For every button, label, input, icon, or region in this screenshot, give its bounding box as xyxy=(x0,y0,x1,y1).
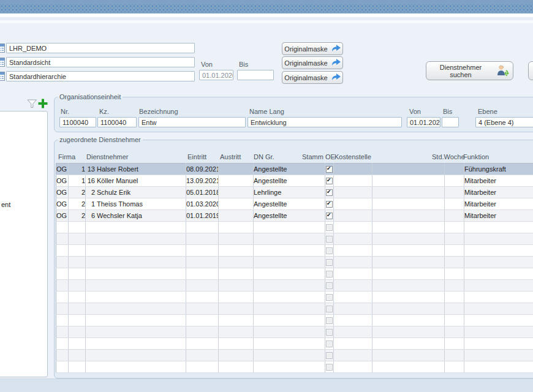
cell-empty[interactable] xyxy=(86,338,186,350)
cell-empty[interactable] xyxy=(186,361,219,373)
cell-firma[interactable]: OG xyxy=(56,175,69,187)
cell-empty[interactable] xyxy=(372,257,445,268)
empty-row[interactable] xyxy=(56,361,533,373)
cell-empty[interactable] xyxy=(86,268,186,280)
cell-empty[interactable] xyxy=(372,268,445,280)
cell-eintritt[interactable]: 01.01.2019 xyxy=(186,210,219,222)
cell-austritt[interactable] xyxy=(219,164,254,175)
kz-field[interactable] xyxy=(97,117,137,127)
cell-empty[interactable] xyxy=(464,280,533,292)
cell-empty[interactable] xyxy=(445,233,464,245)
cell-empty[interactable] xyxy=(219,292,254,303)
empty-row[interactable] xyxy=(56,233,533,245)
cell-empty[interactable] xyxy=(372,350,445,361)
cell-std-woche[interactable] xyxy=(445,210,464,222)
cell-eintritt[interactable]: 13.09.2021 xyxy=(186,175,219,187)
cell-dienstnehmer[interactable]: 13Halser Robert xyxy=(86,164,186,175)
cell-empty[interactable] xyxy=(186,245,219,257)
cell-empty[interactable] xyxy=(186,315,219,326)
cell-dienstnehmer[interactable]: 16Köller Manuel xyxy=(86,175,186,187)
bis-date-field[interactable] xyxy=(237,70,274,80)
cell-funktion[interactable]: Mitarbeiter xyxy=(464,210,533,222)
cell-empty[interactable] xyxy=(325,257,334,268)
cell-empty[interactable] xyxy=(372,222,445,233)
empty-row[interactable] xyxy=(56,292,533,303)
cell-kostenstelle[interactable] xyxy=(334,164,372,175)
stamm-oe-checkbox[interactable] xyxy=(326,201,333,208)
cell-empty[interactable] xyxy=(254,315,325,326)
cell-empty[interactable] xyxy=(464,361,533,373)
cell-firma[interactable]: OG xyxy=(56,198,69,210)
mandant-field[interactable] xyxy=(6,43,195,53)
cell-empty[interactable] xyxy=(86,233,186,245)
cell-empty[interactable] xyxy=(219,303,254,315)
cell-empty[interactable] xyxy=(445,350,464,361)
originalmaske-button-3[interactable]: Originalmaske xyxy=(282,71,343,84)
empty-row[interactable] xyxy=(56,326,533,338)
cell-dienstnehmer[interactable]: 1Theiss Thomas xyxy=(86,198,186,210)
cell-dienstnehmer[interactable]: 6Wechsler Katja xyxy=(86,210,186,222)
cell-empty[interactable] xyxy=(186,338,219,350)
employee-row[interactable]: OG26Wechsler Katja01.01.2019AngestellteM… xyxy=(56,210,533,222)
cell-empty[interactable] xyxy=(69,292,86,303)
cell-empty[interactable] xyxy=(254,292,325,303)
cell-empty[interactable] xyxy=(56,326,69,338)
cell-empty[interactable] xyxy=(445,315,464,326)
cell-empty[interactable] xyxy=(186,268,219,280)
cell-empty[interactable] xyxy=(372,315,445,326)
cell-empty[interactable] xyxy=(334,361,372,373)
cell-empty[interactable] xyxy=(69,350,86,361)
employee-row[interactable]: OG113Halser Robert08.09.2021AngestellteF… xyxy=(56,164,533,175)
cell-empty[interactable] xyxy=(56,315,69,326)
cell-stamm-oe[interactable] xyxy=(325,210,334,222)
cell-empty[interactable] xyxy=(464,257,533,268)
cell-empty[interactable] xyxy=(186,280,219,292)
stamm-oe-checkbox[interactable] xyxy=(326,178,333,184)
cell-firma-nr[interactable]: 2 xyxy=(69,210,86,222)
cell-empty[interactable] xyxy=(325,292,334,303)
ebene-field[interactable] xyxy=(475,117,533,127)
cell-empty[interactable] xyxy=(372,233,445,245)
cell-empty[interactable] xyxy=(219,338,254,350)
hierarchie-field[interactable] xyxy=(6,71,195,81)
cell-std-woche[interactable] xyxy=(445,187,464,198)
name-lang-field[interactable] xyxy=(248,117,402,127)
cell-empty[interactable] xyxy=(69,280,86,292)
cell-empty[interactable] xyxy=(219,326,254,338)
cell-stamm-oe[interactable] xyxy=(325,187,334,198)
cell-funktion[interactable]: Mitarbeiter xyxy=(464,198,533,210)
cell-empty[interactable] xyxy=(445,361,464,373)
bezeichnung-field[interactable] xyxy=(138,117,246,127)
cell-empty[interactable] xyxy=(186,326,219,338)
empty-row[interactable] xyxy=(56,268,533,280)
cell-firma-nr[interactable]: 2 xyxy=(69,198,86,210)
cell-empty[interactable] xyxy=(464,303,533,315)
cell-empty[interactable] xyxy=(445,268,464,280)
cell-empty[interactable] xyxy=(219,268,254,280)
cell-eintritt[interactable]: 01.03.2020 xyxy=(186,198,219,210)
cell-empty[interactable] xyxy=(219,315,254,326)
cell-empty[interactable] xyxy=(86,280,186,292)
cell-empty[interactable] xyxy=(325,222,334,233)
von-date-field[interactable] xyxy=(199,70,233,80)
cell-empty[interactable] xyxy=(464,222,533,233)
cell-empty[interactable] xyxy=(219,350,254,361)
cell-firma-nr[interactable]: 2 xyxy=(69,187,86,198)
cell-stamm-oe[interactable] xyxy=(325,198,334,210)
cell-empty[interactable] xyxy=(372,245,445,257)
tree-item-partial[interactable]: ent xyxy=(1,201,10,208)
nr-field[interactable] xyxy=(59,117,96,127)
cell-std-woche[interactable] xyxy=(445,175,464,187)
cell-dn-gr[interactable]: Angestellte xyxy=(254,175,325,187)
cell-kostenstelle[interactable] xyxy=(334,198,372,210)
cell-empty[interactable] xyxy=(254,222,325,233)
cell-empty[interactable] xyxy=(372,280,445,292)
lov-grid-icon[interactable] xyxy=(0,72,5,82)
cell-empty[interactable] xyxy=(334,350,372,361)
cell-empty[interactable] xyxy=(325,350,334,361)
cell-empty[interactable] xyxy=(445,257,464,268)
cell-empty[interactable] xyxy=(464,233,533,245)
cell-dn-gr[interactable]: Lehrlinge xyxy=(254,187,325,198)
cell-empty[interactable] xyxy=(372,187,445,198)
cell-empty[interactable] xyxy=(334,268,372,280)
